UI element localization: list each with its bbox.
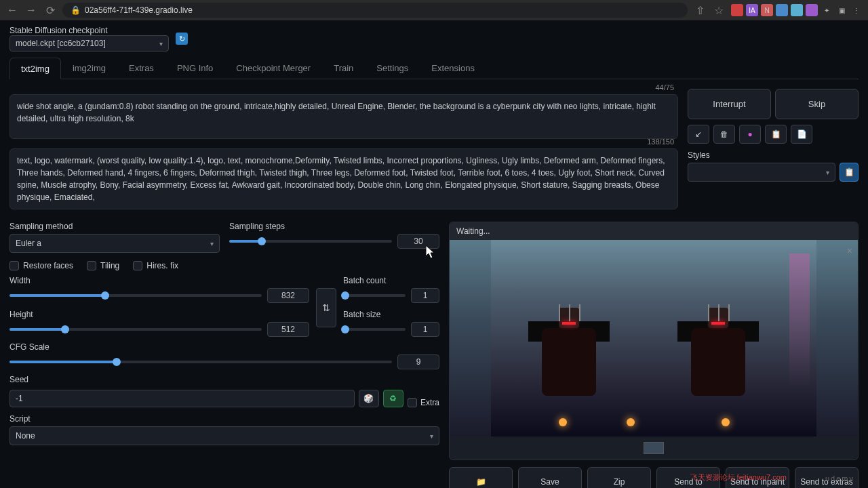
width-input[interactable] — [267, 288, 309, 303]
extensions-icon[interactable]: ✦ — [821, 4, 833, 16]
checkpoint-select[interactable]: model.ckpt [cc6cb27103] ▾ — [9, 35, 169, 52]
height-input[interactable] — [267, 322, 309, 337]
star-icon[interactable]: ☆ — [712, 3, 726, 17]
sampling-steps-slider[interactable] — [229, 240, 392, 243]
back-icon[interactable]: ← — [5, 3, 19, 17]
save-button[interactable]: Save — [518, 467, 582, 488]
tab-checkpoint-merger[interactable]: Checkpoint Merger — [224, 57, 322, 79]
ext-icon-1[interactable] — [731, 4, 743, 16]
ext-icon-3[interactable]: N — [761, 4, 773, 16]
ext-icon-2[interactable]: IA — [746, 4, 758, 16]
swap-dims-button[interactable]: ⇅ — [316, 288, 336, 327]
reload-icon[interactable]: ⟳ — [43, 3, 57, 17]
url-bar[interactable]: 🔒 02a56ff4-71ff-439e.gradio.live — [62, 3, 688, 18]
height-label: Height — [9, 310, 309, 319]
tab-pnginfo[interactable]: PNG Info — [165, 57, 224, 79]
forward-icon[interactable]: → — [24, 3, 38, 17]
chevron-down-icon: ▾ — [159, 40, 163, 47]
tab-img2img[interactable]: img2img — [61, 57, 117, 79]
tab-settings[interactable]: Settings — [365, 57, 420, 79]
watermark-2: 飞天资源论坛 feitianwu7.com — [690, 472, 787, 483]
thumbnail-strip — [450, 436, 858, 460]
script-select[interactable]: None ▾ — [9, 426, 439, 445]
arrow-icon-button[interactable]: ↙ — [688, 125, 709, 144]
clipboard-icon-button[interactable]: 📋 — [765, 125, 787, 144]
watermark: udemy — [825, 474, 854, 483]
neg-prompt-text: text, logo, watermark, (worst quality, l… — [17, 156, 665, 202]
batch-count-input[interactable] — [411, 288, 439, 303]
apply-styles-button[interactable]: 📋 — [840, 163, 859, 182]
output-status: Waiting... — [450, 222, 858, 240]
tab-extras[interactable]: Extras — [117, 57, 165, 79]
cfg-slider[interactable] — [9, 361, 392, 363]
share-icon[interactable]: ⇧ — [693, 3, 707, 17]
trash-icon-button[interactable]: 🗑 — [713, 125, 735, 144]
batch-count-slider[interactable] — [343, 294, 406, 297]
output-panel: Waiting... × — [449, 222, 859, 460]
chevron-down-icon: ▾ — [826, 169, 829, 176]
sampling-method-select[interactable]: Euler a ▾ — [9, 234, 220, 253]
url-text: 02a56ff4-71ff-439e.gradio.live — [85, 5, 193, 15]
seed-label: Seed — [9, 375, 439, 384]
ext-icon-4[interactable] — [776, 4, 788, 16]
lock-icon: 🔒 — [71, 5, 81, 15]
sampling-method-value: Euler a — [16, 239, 41, 248]
open-folder-button[interactable]: 📁 — [449, 467, 513, 488]
extension-icons: IA N ✦ ▣ ⋮ — [731, 4, 863, 16]
zip-button[interactable]: Zip — [587, 467, 651, 488]
artist-icon-button[interactable]: ● — [739, 125, 761, 144]
neg-prompt-input[interactable]: text, logo, watermark, (worst quality, l… — [9, 148, 678, 209]
batch-size-input[interactable] — [411, 322, 439, 337]
styles-label: Styles — [688, 150, 859, 160]
cfg-label: CFG Scale — [9, 342, 439, 352]
tiling-checkbox[interactable]: Tiling — [87, 261, 119, 270]
cfg-input[interactable] — [397, 354, 439, 369]
seed-input[interactable] — [9, 390, 355, 407]
prompt-text: wide shot angle, a (gundam:0.8) robot st… — [17, 102, 656, 123]
tab-train[interactable]: Train — [322, 57, 365, 79]
output-image[interactable]: × — [450, 240, 858, 436]
tab-txt2img[interactable]: txt2img — [9, 58, 61, 79]
hires-fix-checkbox[interactable]: Hires. fix — [133, 261, 178, 270]
sampling-method-label: Sampling method — [9, 222, 220, 231]
neg-prompt-counter: 138/150 — [647, 138, 674, 146]
checkpoint-label: Stable Diffusion checkpoint — [9, 26, 169, 35]
random-seed-button[interactable]: 🎲 — [359, 390, 379, 407]
sampling-steps-input[interactable] — [397, 234, 439, 249]
ext-icon-5[interactable] — [791, 4, 803, 16]
script-value: None — [16, 431, 35, 441]
folder-icon: 📁 — [476, 477, 486, 487]
tabs: txt2img img2img Extras PNG Info Checkpoi… — [9, 57, 859, 79]
close-icon[interactable]: × — [847, 245, 852, 256]
sampling-steps-label: Sampling steps — [229, 222, 439, 231]
height-slider[interactable] — [9, 328, 262, 331]
panel-icon[interactable]: ▣ — [835, 4, 848, 16]
chevron-down-icon: ▾ — [210, 240, 214, 247]
chevron-down-icon: ▾ — [430, 432, 433, 440]
tab-extensions[interactable]: Extensions — [420, 57, 486, 79]
prompt-input[interactable]: wide shot angle, a (gundam:0.8) robot st… — [9, 94, 678, 139]
extra-checkbox[interactable]: Extra — [408, 398, 439, 407]
batch-size-label: Batch size — [343, 310, 439, 319]
script-label: Script — [9, 414, 439, 424]
interrupt-button[interactable]: Interrupt — [688, 89, 771, 119]
reuse-seed-button[interactable]: ♻ — [383, 390, 403, 407]
thumbnail[interactable] — [644, 442, 664, 454]
checkpoint-value: model.ckpt [cc6cb27103] — [16, 39, 106, 48]
styles-select[interactable]: ▾ — [688, 163, 835, 182]
width-slider[interactable] — [9, 294, 262, 297]
restore-faces-checkbox[interactable]: Restore faces — [9, 261, 73, 270]
menu-icon[interactable]: ⋮ — [850, 4, 863, 16]
prompt-counter: 44/75 — [655, 83, 674, 92]
browser-bar: ← → ⟳ 🔒 02a56ff4-71ff-439e.gradio.live ⇧… — [0, 0, 868, 20]
ext-icon-6[interactable] — [806, 4, 818, 16]
refresh-checkpoint-button[interactable]: ↻ — [176, 33, 188, 45]
width-label: Width — [9, 276, 309, 285]
batch-count-label: Batch count — [343, 276, 439, 285]
batch-size-slider[interactable] — [343, 328, 406, 331]
skip-button[interactable]: Skip — [775, 89, 859, 119]
file-icon-button[interactable]: 📄 — [791, 125, 812, 144]
